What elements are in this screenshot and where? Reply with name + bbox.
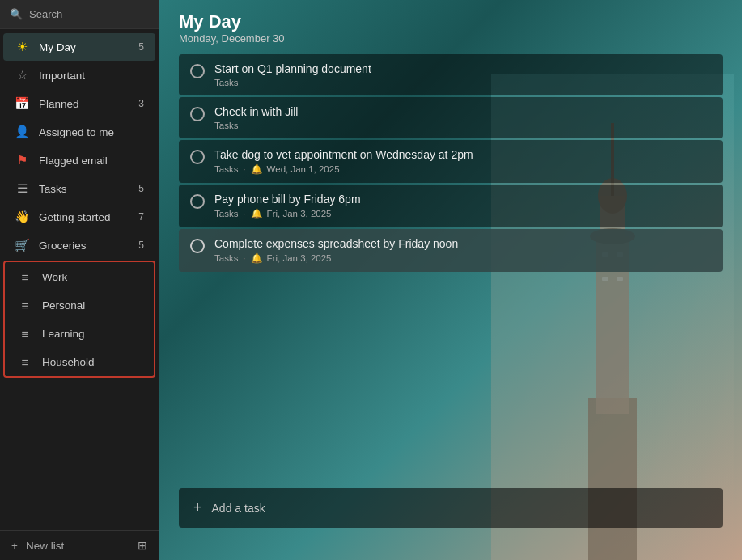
badge-groceries: 5 xyxy=(131,240,144,251)
search-label: Search xyxy=(29,8,62,20)
page-date: Monday, December 30 xyxy=(179,32,723,45)
sidebar-item-label: Flagged email xyxy=(39,155,108,167)
flag-icon: ⚑ xyxy=(15,153,29,168)
new-list-area[interactable]: + New list ⊞ xyxy=(0,530,159,560)
badge-tasks: 5 xyxy=(131,183,144,194)
sun-icon: ☀ xyxy=(15,40,29,54)
sidebar-item-household[interactable]: ≡ Household xyxy=(6,348,152,375)
task-meta: Tasks xyxy=(214,78,711,87)
plus-icon: + xyxy=(11,540,18,552)
task-source: Tasks xyxy=(214,253,238,263)
badge-my-day: 5 xyxy=(131,41,144,53)
new-list-left: + New list xyxy=(11,540,64,552)
task-title: Pay phone bill by Friday 6pm xyxy=(214,193,711,206)
task-info: Pay phone bill by Friday 6pm Tasks · 🔔 F… xyxy=(214,193,711,219)
task-meta: Tasks · 🔔 Wed, Jan 1, 2025 xyxy=(214,163,711,175)
due-date-icon: 🔔 xyxy=(251,208,262,219)
task-list: Start on Q1 planning document Tasks Chec… xyxy=(179,54,723,272)
task-source: Tasks xyxy=(214,121,238,130)
task-meta: Tasks · 🔔 Fri, Jan 3, 2025 xyxy=(214,208,711,219)
sidebar-item-flagged[interactable]: ⚑ Flagged email xyxy=(3,146,155,174)
main-content: My Day Monday, December 30 Start on Q1 p… xyxy=(159,0,742,560)
task-source: Tasks xyxy=(214,78,238,87)
new-list-label: New list xyxy=(26,540,64,552)
list-icon: ≡ xyxy=(18,269,32,284)
search-bar[interactable]: 🔍 Search xyxy=(0,0,159,29)
task-date: Fri, Jan 3, 2025 xyxy=(267,253,332,263)
sidebar-item-label: Groceries xyxy=(39,240,87,252)
meta-dot: · xyxy=(243,209,245,218)
task-info: Take dog to vet appointment on Wednesday… xyxy=(214,148,711,175)
due-date-icon: 🔔 xyxy=(251,252,262,264)
meta-dot: · xyxy=(243,164,245,174)
sidebar-item-label: Assigned to me xyxy=(39,126,114,138)
star-icon: ☆ xyxy=(15,68,29,83)
sidebar-item-label: Tasks xyxy=(39,183,67,195)
task-row[interactable]: Start on Q1 planning document Tasks xyxy=(179,54,723,95)
sidebar-item-label: Important xyxy=(39,70,85,82)
task-meta: Tasks xyxy=(214,121,711,130)
task-date: Wed, Jan 1, 2025 xyxy=(267,164,340,174)
badge-planned: 3 xyxy=(131,98,144,109)
sidebar-item-label: Planned xyxy=(39,98,79,110)
wave-icon: 👋 xyxy=(15,210,29,224)
content-overlay: My Day Monday, December 30 Start on Q1 p… xyxy=(159,0,742,560)
sidebar-item-learning[interactable]: ≡ Learning xyxy=(6,320,152,347)
task-title: Take dog to vet appointment on Wednesday… xyxy=(214,148,711,161)
task-row[interactable]: Check in with Jill Tasks xyxy=(179,97,723,138)
page-header: My Day Monday, December 30 xyxy=(179,10,723,45)
task-checkbox[interactable] xyxy=(190,107,205,121)
sidebar-item-tasks[interactable]: ☰ Tasks 5 xyxy=(3,175,155,202)
add-task-icon: + xyxy=(193,499,202,516)
nav-items: ☀ My Day 5 ☆ Important 📅 Planned 3 👤 Ass… xyxy=(0,29,159,530)
task-row[interactable]: Take dog to vet appointment on Wednesday… xyxy=(179,140,723,183)
grid-icon[interactable]: ⊞ xyxy=(138,539,147,552)
page-title: My Day xyxy=(179,11,723,32)
person-icon: 👤 xyxy=(15,125,29,139)
badge-getting-started: 7 xyxy=(131,211,144,223)
sidebar-item-getting-started[interactable]: 👋 Getting started 7 xyxy=(3,203,155,231)
sidebar-item-label: Learning xyxy=(42,328,85,340)
list-icon: ≡ xyxy=(18,326,32,341)
add-task-bar[interactable]: + Add a task xyxy=(179,488,723,528)
task-title: Complete expenses spreadsheet by Friday … xyxy=(214,237,711,250)
sidebar: 🔍 Search ☀ My Day 5 ☆ Important 📅 Planne… xyxy=(0,0,159,560)
list-icon: ≡ xyxy=(18,298,32,312)
task-checkbox[interactable] xyxy=(190,64,205,78)
calendar-icon: 📅 xyxy=(15,96,29,111)
task-checkbox[interactable] xyxy=(190,194,205,209)
list-icon: ≡ xyxy=(18,354,32,369)
sidebar-item-groceries[interactable]: 🛒 Groceries 5 xyxy=(3,231,155,259)
sidebar-item-label: Getting started xyxy=(39,211,111,223)
task-title: Start on Q1 planning document xyxy=(214,62,711,75)
sidebar-item-label: My Day xyxy=(39,41,76,53)
sidebar-item-work[interactable]: ≡ Work xyxy=(6,263,152,291)
sidebar-item-label: Household xyxy=(42,356,95,368)
sidebar-item-important[interactable]: ☆ Important xyxy=(3,62,155,89)
task-title: Check in with Jill xyxy=(214,105,711,118)
task-info: Complete expenses spreadsheet by Friday … xyxy=(214,237,711,264)
task-meta: Tasks · 🔔 Fri, Jan 3, 2025 xyxy=(214,252,711,264)
sidebar-item-planned[interactable]: 📅 Planned 3 xyxy=(3,90,155,117)
tasks-icon: ☰ xyxy=(15,181,29,196)
list-group: ≡ Work ≡ Personal ≡ Learning ≡ Household xyxy=(3,261,155,378)
due-date-icon: 🔔 xyxy=(251,163,262,175)
cart-icon: 🛒 xyxy=(15,238,29,252)
add-task-label: Add a task xyxy=(212,502,265,515)
sidebar-item-my-day[interactable]: ☀ My Day 5 xyxy=(3,33,155,61)
task-checkbox[interactable] xyxy=(190,150,205,164)
sidebar-item-label: Personal xyxy=(42,299,85,312)
task-row[interactable]: Pay phone bill by Friday 6pm Tasks · 🔔 F… xyxy=(179,185,723,227)
task-info: Check in with Jill Tasks xyxy=(214,105,711,130)
task-checkbox[interactable] xyxy=(190,239,205,253)
sidebar-item-label: Work xyxy=(42,271,67,283)
search-icon: 🔍 xyxy=(10,8,23,20)
meta-dot: · xyxy=(243,253,245,263)
sidebar-item-assigned[interactable]: 👤 Assigned to me xyxy=(3,118,155,146)
task-info: Start on Q1 planning document Tasks xyxy=(214,62,711,87)
task-row-highlighted[interactable]: Complete expenses spreadsheet by Friday … xyxy=(179,229,723,272)
task-date: Fri, Jan 3, 2025 xyxy=(267,209,332,218)
sidebar-item-personal[interactable]: ≡ Personal xyxy=(6,291,152,319)
task-source: Tasks xyxy=(214,209,238,218)
task-source: Tasks xyxy=(214,164,238,174)
